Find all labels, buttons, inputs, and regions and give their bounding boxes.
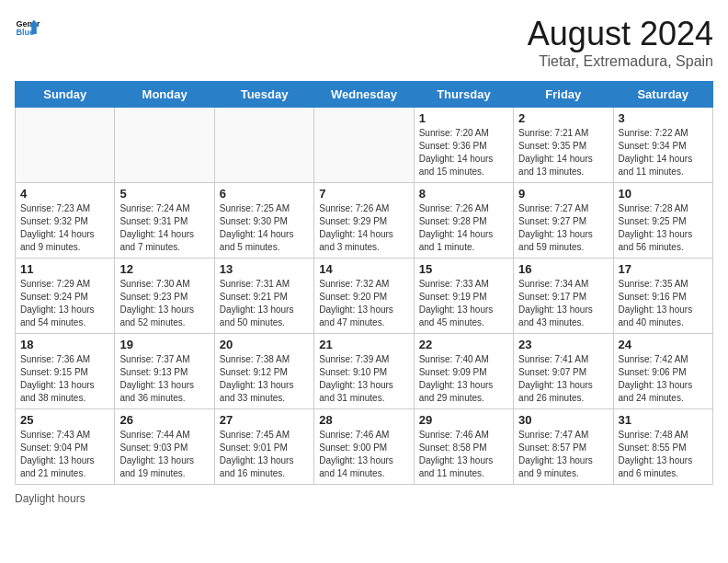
calendar-cell: 27Sunrise: 7:45 AM Sunset: 9:01 PM Dayli… (214, 409, 313, 485)
calendar-week-row: 25Sunrise: 7:43 AM Sunset: 9:04 PM Dayli… (16, 409, 713, 485)
day-number: 4 (20, 187, 109, 201)
calendar-cell: 8Sunrise: 7:26 AM Sunset: 9:28 PM Daylig… (414, 183, 513, 259)
day-info: Sunrise: 7:22 AM Sunset: 9:34 PM Dayligh… (619, 127, 708, 178)
day-info: Sunrise: 7:42 AM Sunset: 9:06 PM Dayligh… (619, 353, 708, 405)
day-info: Sunrise: 7:20 AM Sunset: 9:36 PM Dayligh… (419, 127, 508, 178)
day-number: 16 (518, 262, 608, 276)
day-number: 8 (419, 187, 508, 201)
calendar-cell: 14Sunrise: 7:32 AM Sunset: 9:20 PM Dayli… (314, 259, 414, 334)
calendar-cell: 21Sunrise: 7:39 AM Sunset: 9:10 PM Dayli… (314, 334, 414, 409)
calendar-cell (16, 108, 115, 183)
day-info: Sunrise: 7:48 AM Sunset: 8:55 PM Dayligh… (619, 429, 708, 480)
day-number: 24 (619, 338, 708, 351)
calendar-cell: 30Sunrise: 7:47 AM Sunset: 8:57 PM Dayli… (514, 409, 613, 485)
calendar-cell: 2Sunrise: 7:21 AM Sunset: 9:35 PM Daylig… (514, 108, 613, 183)
daylight-label: Daylight hours (15, 492, 85, 505)
calendar-cell: 7Sunrise: 7:26 AM Sunset: 9:29 PM Daylig… (314, 183, 414, 259)
calendar-cell: 17Sunrise: 7:35 AM Sunset: 9:16 PM Dayli… (613, 259, 712, 334)
day-info: Sunrise: 7:47 AM Sunset: 8:57 PM Dayligh… (518, 429, 608, 480)
calendar-cell: 28Sunrise: 7:46 AM Sunset: 9:00 PM Dayli… (314, 409, 414, 485)
day-number: 28 (319, 413, 408, 427)
day-info: Sunrise: 7:33 AM Sunset: 9:19 PM Dayligh… (419, 278, 508, 329)
logo: General Blue (15, 15, 40, 40)
day-number: 9 (518, 187, 608, 201)
calendar-cell: 18Sunrise: 7:36 AM Sunset: 9:15 PM Dayli… (16, 334, 115, 409)
day-number: 15 (419, 262, 508, 276)
day-number: 13 (220, 262, 309, 276)
day-info: Sunrise: 7:36 AM Sunset: 9:15 PM Dayligh… (20, 353, 109, 405)
day-number: 6 (220, 187, 309, 201)
calendar-day-header: Friday (514, 82, 613, 108)
calendar-cell: 15Sunrise: 7:33 AM Sunset: 9:19 PM Dayli… (414, 259, 513, 334)
day-info: Sunrise: 7:35 AM Sunset: 9:16 PM Dayligh… (619, 278, 708, 329)
calendar-header-row: SundayMondayTuesdayWednesdayThursdayFrid… (16, 82, 713, 108)
day-info: Sunrise: 7:40 AM Sunset: 9:09 PM Dayligh… (419, 353, 508, 405)
calendar-cell: 24Sunrise: 7:42 AM Sunset: 9:06 PM Dayli… (613, 334, 712, 409)
calendar-cell: 10Sunrise: 7:28 AM Sunset: 9:25 PM Dayli… (613, 183, 712, 259)
calendar-cell: 1Sunrise: 7:20 AM Sunset: 9:36 PM Daylig… (414, 108, 513, 183)
calendar-cell: 26Sunrise: 7:44 AM Sunset: 9:03 PM Dayli… (115, 409, 214, 485)
calendar-cell (314, 108, 414, 183)
day-info: Sunrise: 7:27 AM Sunset: 9:27 PM Dayligh… (518, 202, 608, 254)
calendar-cell: 20Sunrise: 7:38 AM Sunset: 9:12 PM Dayli… (214, 334, 313, 409)
day-info: Sunrise: 7:45 AM Sunset: 9:01 PM Dayligh… (220, 429, 309, 480)
logo-icon: General Blue (15, 15, 40, 40)
day-info: Sunrise: 7:30 AM Sunset: 9:23 PM Dayligh… (119, 278, 209, 329)
calendar-cell: 5Sunrise: 7:24 AM Sunset: 9:31 PM Daylig… (115, 183, 214, 259)
day-info: Sunrise: 7:21 AM Sunset: 9:35 PM Dayligh… (518, 127, 608, 178)
calendar-cell: 16Sunrise: 7:34 AM Sunset: 9:17 PM Dayli… (514, 259, 613, 334)
day-info: Sunrise: 7:26 AM Sunset: 9:29 PM Dayligh… (319, 202, 408, 254)
svg-text:Blue: Blue (16, 28, 34, 37)
day-info: Sunrise: 7:29 AM Sunset: 9:24 PM Dayligh… (20, 278, 109, 329)
day-info: Sunrise: 7:44 AM Sunset: 9:03 PM Dayligh… (119, 429, 209, 480)
day-info: Sunrise: 7:46 AM Sunset: 9:00 PM Dayligh… (319, 429, 408, 480)
calendar-cell: 13Sunrise: 7:31 AM Sunset: 9:21 PM Dayli… (214, 259, 313, 334)
day-number: 29 (419, 413, 508, 427)
day-number: 3 (619, 111, 708, 125)
day-info: Sunrise: 7:38 AM Sunset: 9:12 PM Dayligh… (220, 353, 309, 405)
calendar-day-header: Sunday (16, 82, 115, 108)
day-number: 25 (20, 413, 109, 427)
calendar-day-header: Tuesday (214, 82, 313, 108)
calendar-cell: 6Sunrise: 7:25 AM Sunset: 9:30 PM Daylig… (214, 183, 313, 259)
title-area: August 2024 Tietar, Extremadura, Spain (528, 15, 713, 70)
calendar-cell: 22Sunrise: 7:40 AM Sunset: 9:09 PM Dayli… (414, 334, 513, 409)
day-info: Sunrise: 7:26 AM Sunset: 9:28 PM Dayligh… (419, 202, 508, 254)
calendar-cell: 9Sunrise: 7:27 AM Sunset: 9:27 PM Daylig… (514, 183, 613, 259)
header: General Blue August 2024 Tietar, Extrema… (15, 15, 713, 70)
calendar-week-row: 4Sunrise: 7:23 AM Sunset: 9:32 PM Daylig… (16, 183, 713, 259)
day-number: 1 (419, 111, 508, 125)
day-number: 30 (518, 413, 608, 427)
calendar-day-header: Thursday (414, 82, 513, 108)
day-info: Sunrise: 7:25 AM Sunset: 9:30 PM Dayligh… (220, 202, 309, 254)
page-subtitle: Tietar, Extremadura, Spain (528, 53, 713, 70)
day-info: Sunrise: 7:41 AM Sunset: 9:07 PM Dayligh… (518, 353, 608, 405)
calendar-cell: 23Sunrise: 7:41 AM Sunset: 9:07 PM Dayli… (514, 334, 613, 409)
calendar-cell (214, 108, 313, 183)
day-number: 19 (119, 338, 209, 351)
day-number: 20 (220, 338, 309, 351)
day-info: Sunrise: 7:34 AM Sunset: 9:17 PM Dayligh… (518, 278, 608, 329)
day-info: Sunrise: 7:24 AM Sunset: 9:31 PM Dayligh… (119, 202, 209, 254)
day-number: 22 (419, 338, 508, 351)
calendar-day-header: Wednesday (314, 82, 414, 108)
day-info: Sunrise: 7:23 AM Sunset: 9:32 PM Dayligh… (20, 202, 109, 254)
day-number: 18 (20, 338, 109, 351)
calendar-day-header: Saturday (613, 82, 712, 108)
calendar-table: SundayMondayTuesdayWednesdayThursdayFrid… (15, 81, 713, 485)
calendar-day-header: Monday (115, 82, 214, 108)
day-info: Sunrise: 7:28 AM Sunset: 9:25 PM Dayligh… (619, 202, 708, 254)
day-info: Sunrise: 7:46 AM Sunset: 8:58 PM Dayligh… (419, 429, 508, 480)
day-number: 10 (619, 187, 708, 201)
day-number: 21 (319, 338, 408, 351)
calendar-week-row: 1Sunrise: 7:20 AM Sunset: 9:36 PM Daylig… (16, 108, 713, 183)
day-number: 2 (518, 111, 608, 125)
footer-note: Daylight hours (15, 492, 713, 505)
day-number: 26 (119, 413, 209, 427)
calendar-week-row: 11Sunrise: 7:29 AM Sunset: 9:24 PM Dayli… (16, 259, 713, 334)
day-number: 27 (220, 413, 309, 427)
day-info: Sunrise: 7:37 AM Sunset: 9:13 PM Dayligh… (119, 353, 209, 405)
calendar-cell: 3Sunrise: 7:22 AM Sunset: 9:34 PM Daylig… (613, 108, 712, 183)
day-info: Sunrise: 7:43 AM Sunset: 9:04 PM Dayligh… (20, 429, 109, 480)
day-number: 17 (619, 262, 708, 276)
